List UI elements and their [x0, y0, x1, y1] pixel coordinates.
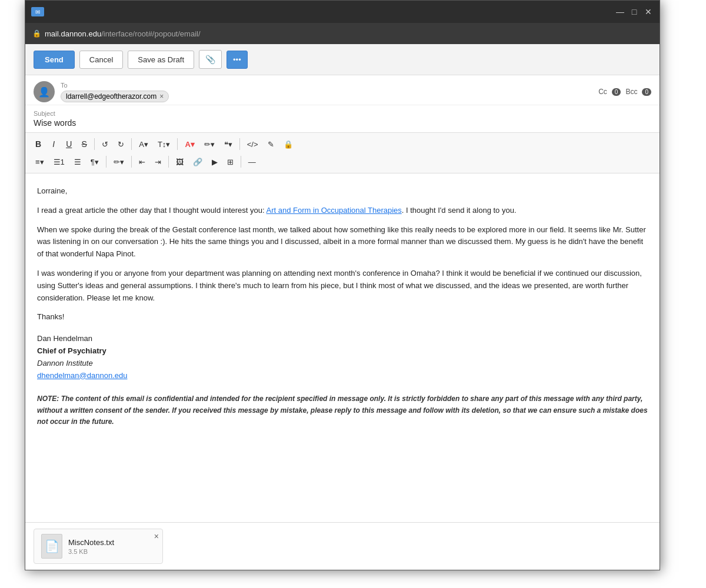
address-bar: 🔒 mail.dannon.edu/interface/root#/popout…	[25, 23, 660, 44]
recipient-avatar: 👤	[34, 81, 55, 102]
font-size-button[interactable]: T↕▾	[154, 136, 174, 152]
redo-button[interactable]: ↻	[114, 136, 128, 152]
text-color-button[interactable]: A▾	[181, 136, 198, 152]
compose-toolbar: Send Cancel Save as Draft 📎 •••	[25, 44, 660, 75]
maximize-button[interactable]: □	[629, 6, 640, 17]
close-button[interactable]: ✕	[643, 6, 654, 17]
toolbar-separator-8	[241, 156, 241, 168]
indent-right-button[interactable]: ⇥	[151, 154, 165, 169]
attachment-size: 3.5 KB	[68, 548, 114, 555]
title-bar-controls: — □ ✕	[615, 6, 654, 17]
indent-left-button[interactable]: ⇤	[135, 154, 149, 169]
to-field-wrapper: To ldarrell@edgeoftherazor.com ×	[61, 82, 598, 102]
toolbar-separator-5	[106, 156, 106, 168]
url-domain: mail.dannon.edu	[45, 29, 101, 38]
article-link[interactable]: Art and Form in Occupational Therapies	[267, 206, 402, 215]
subject-label: Subject	[34, 110, 651, 117]
to-input-row: ldarrell@edgeoftherazor.com ×	[61, 91, 598, 102]
font-button[interactable]: A▾	[135, 136, 152, 152]
email-signature: Dan Hendelman Chief of Psychiatry Dannon…	[37, 333, 648, 382]
paragraph2: When we spoke during the break of the Ge…	[37, 224, 648, 260]
hr-button[interactable]: —	[244, 154, 260, 169]
toolbar-separator-4	[239, 138, 240, 150]
save-draft-button[interactable]: Save as Draft	[128, 51, 194, 69]
undo-button[interactable]: ↺	[98, 136, 112, 152]
cancel-button[interactable]: Cancel	[79, 51, 123, 69]
greeting: Lorraine,	[37, 185, 648, 198]
editor-toolbar-row2: ≡▾ ☰1 ☰ ¶▾ ✏▾ ⇤ ⇥ 🖼 🔗 ▶ ⊞ —	[31, 154, 654, 169]
toolbar-separator-2	[131, 138, 132, 150]
file-icon: 📄	[41, 534, 62, 559]
video-button[interactable]: ▶	[208, 154, 222, 169]
paragraph1-end: . I thought I'd send it along to you.	[402, 206, 517, 215]
attachment-info: MiscNotes.txt 3.5 KB	[68, 538, 114, 555]
toolbar-separator-7	[168, 156, 169, 168]
bold-button[interactable]: B	[31, 136, 45, 152]
compose-window: ✉ — □ ✕ 🔒 mail.dannon.edu/interface/root…	[25, 0, 660, 570]
remove-recipient-button[interactable]: ×	[159, 92, 164, 101]
thanks: Thanks!	[37, 311, 648, 323]
bcc-count: 0	[642, 88, 651, 96]
url-path: /interface/root#/popout/email/	[101, 29, 200, 38]
toolbar-separator-3	[177, 138, 178, 150]
minimize-button[interactable]: —	[615, 6, 625, 17]
sig-org: Dannon Institute	[37, 358, 648, 370]
editor-toolbar: B I U S ↺ ↻ A▾ T↕▾ A▾ ✏▾ ❝▾ </> ✎ 🔒 ≡▾ ☰…	[25, 133, 660, 173]
to-section: 👤 To ldarrell@edgeoftherazor.com × Cc 0 …	[25, 75, 660, 105]
mark-button[interactable]: ✎	[264, 136, 278, 152]
sig-name: Dan Hendelman	[37, 333, 648, 345]
recipient-tag: ldarrell@edgeoftherazor.com ×	[61, 91, 169, 102]
subject-value[interactable]: Wise words	[34, 118, 651, 128]
align-button[interactable]: ≡▾	[31, 154, 48, 169]
cc-button[interactable]: Cc	[598, 88, 607, 96]
ordered-list-button[interactable]: ☰1	[49, 154, 69, 169]
sig-title: Chief of Psychiatry	[37, 345, 648, 358]
underline-button[interactable]: U	[62, 136, 76, 152]
mail-app-icon: ✉	[31, 7, 44, 16]
image-button[interactable]: 🖼	[172, 154, 188, 169]
to-label: To	[61, 82, 598, 89]
unordered-list-button[interactable]: ☰	[70, 154, 85, 169]
lock-format-button[interactable]: 🔒	[279, 136, 297, 152]
email-disclaimer: NOTE: The content of this email is confi…	[37, 393, 648, 427]
sig-email[interactable]: dhendelman@dannon.edu	[37, 371, 127, 380]
send-button[interactable]: Send	[34, 51, 75, 69]
toolbar-separator-1	[94, 138, 95, 150]
remove-attachment-button[interactable]: ×	[154, 532, 159, 541]
lock-icon: 🔒	[32, 29, 41, 38]
blockquote-button[interactable]: ❝▾	[220, 136, 237, 152]
paragraph1-text: I read a great article the other day tha…	[37, 206, 267, 215]
cc-count: 0	[612, 88, 621, 96]
paragraph-button[interactable]: ¶▾	[86, 154, 103, 169]
avatar-icon: 👤	[38, 86, 50, 98]
strikethrough-button[interactable]: S	[77, 136, 91, 152]
title-bar-left: ✉	[31, 7, 44, 16]
address-url: mail.dannon.edu/interface/root#/popout/e…	[45, 29, 201, 38]
attachment-filename: MiscNotes.txt	[68, 538, 114, 547]
attach-button[interactable]: 📎	[199, 50, 222, 69]
attachment-area: 📄 MiscNotes.txt 3.5 KB ×	[25, 522, 660, 570]
cc-bcc-area: Cc 0 Bcc 0	[598, 88, 651, 96]
color-picker-button[interactable]: ✏▾	[109, 154, 128, 169]
bcc-button[interactable]: Bcc	[625, 88, 637, 96]
highlight-button[interactable]: ✏▾	[200, 136, 219, 152]
paragraph3: I was wondering if you or anyone from yo…	[37, 268, 648, 304]
toolbar-separator-6	[131, 156, 132, 168]
attachment-card: 📄 MiscNotes.txt 3.5 KB ×	[34, 529, 163, 564]
recipient-email: ldarrell@edgeoftherazor.com	[66, 92, 156, 101]
email-body[interactable]: Lorraine, I read a great article the oth…	[25, 173, 660, 522]
link-button[interactable]: 🔗	[189, 154, 207, 169]
table-button[interactable]: ⊞	[223, 154, 238, 169]
title-bar: ✉ — □ ✕	[25, 1, 660, 23]
paragraph1: I read a great article the other day tha…	[37, 205, 648, 217]
italic-button[interactable]: I	[46, 136, 61, 152]
more-options-button[interactable]: •••	[227, 51, 248, 69]
code-button[interactable]: </>	[243, 136, 262, 152]
subject-section: Subject Wise words	[25, 105, 660, 133]
editor-toolbar-row1: B I U S ↺ ↻ A▾ T↕▾ A▾ ✏▾ ❝▾ </> ✎ 🔒	[31, 136, 654, 152]
